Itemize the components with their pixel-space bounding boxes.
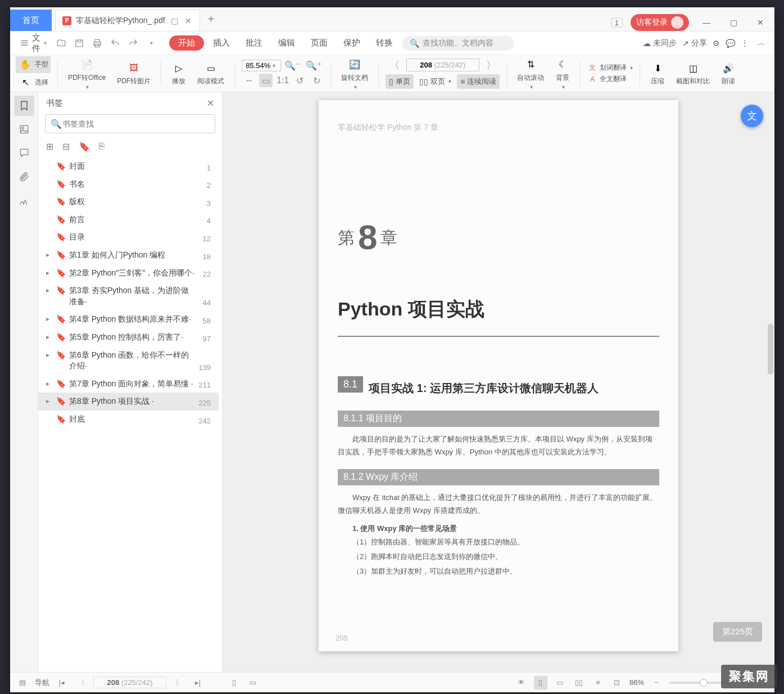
expand-icon[interactable]: ▸ xyxy=(46,314,53,323)
double-view-icon[interactable]: ▯▯ xyxy=(572,676,586,690)
status-page-input[interactable]: 208 (225/242) xyxy=(93,677,166,688)
menu-annotate[interactable]: 批注 xyxy=(239,35,269,51)
bookmark-item[interactable]: 🔖 版权 3 xyxy=(38,193,219,211)
detach-icon[interactable]: ▢ xyxy=(170,16,179,25)
open-icon[interactable] xyxy=(53,35,69,51)
bookmark-icon[interactable]: 🔖 xyxy=(79,141,90,152)
maximize-icon[interactable]: ▢ xyxy=(724,15,743,30)
zoom-out-status-icon[interactable]: − xyxy=(650,676,663,690)
menu-edit[interactable]: 编辑 xyxy=(271,35,302,51)
hand-tool[interactable]: ✋手型 xyxy=(16,56,51,73)
rotate-doc-button[interactable]: 🔄旋转文档▾ xyxy=(338,56,371,91)
home-tab[interactable]: 首页 xyxy=(10,10,52,31)
comment-panel-icon[interactable] xyxy=(14,143,34,163)
bookmark-search-input[interactable] xyxy=(45,114,215,133)
feedback-icon[interactable]: 💬 xyxy=(726,39,735,48)
page-input[interactable]: 208 (225/242) xyxy=(406,58,479,71)
menu-page[interactable]: 页面 xyxy=(304,35,334,51)
expand-icon[interactable] xyxy=(46,414,53,415)
first-page-icon[interactable]: |◂ xyxy=(55,676,69,690)
prev-page-icon[interactable]: 〈 xyxy=(386,58,403,72)
redo-icon[interactable] xyxy=(125,35,141,51)
bookmark-item[interactable]: 🔖 封面 1 xyxy=(38,157,219,175)
new-tab-button[interactable]: + xyxy=(200,13,223,26)
pdf-to-image-button[interactable]: 🖼PDF转图片 xyxy=(114,60,154,87)
bookmark-item[interactable]: 🔖 封底 242 xyxy=(38,411,219,429)
select-tool[interactable]: ↖选择 xyxy=(16,74,51,91)
expand-icon[interactable] xyxy=(46,196,53,197)
close-icon[interactable]: ✕ xyxy=(751,15,770,30)
zoom-select[interactable]: 85.54%▾ xyxy=(242,60,281,71)
close-sidebar-icon[interactable]: ✕ xyxy=(207,98,214,109)
thumbnail-panel-icon[interactable] xyxy=(14,119,34,139)
screenshot-compare-button[interactable]: ◫截图和对比 xyxy=(673,60,713,87)
continuous-button[interactable]: ≡连续阅读 xyxy=(457,74,500,89)
bookmark-item[interactable]: ▸ 🔖 第1章 如何入门Python 编程 18 xyxy=(38,246,219,264)
continuous-view-icon[interactable]: ≡ xyxy=(591,676,605,690)
outline-icon[interactable]: ▤ xyxy=(16,676,29,690)
tts-button[interactable]: 🔊朗读 xyxy=(718,60,739,87)
bookmark-item[interactable]: ▸ 🔖 第6章 Python 函数，给你不一样的介绍· 139 xyxy=(38,346,219,375)
share-button[interactable]: ↗分享 xyxy=(682,38,707,48)
bookmark-outline-icon[interactable]: ⎘ xyxy=(99,141,105,152)
expand-icon[interactable] xyxy=(46,232,53,233)
single-view-icon[interactable]: ▯ xyxy=(534,676,547,690)
bookmark-item[interactable]: 🔖 前言 4 xyxy=(38,211,219,229)
double-page-button[interactable]: ▯▯双页▾ xyxy=(416,74,455,89)
bookmark-item[interactable]: ▸ 🔖 第7章 Python 面向对象，简单易懂 · 211 xyxy=(38,375,219,393)
kebab-icon[interactable]: ⋮ xyxy=(741,39,749,48)
view-mode-1-icon[interactable]: ▯ xyxy=(227,676,241,690)
expand-icon[interactable]: ▸ xyxy=(46,378,53,387)
save-icon[interactable] xyxy=(71,35,87,51)
attachment-panel-icon[interactable] xyxy=(14,166,34,187)
undo-icon[interactable] xyxy=(107,35,123,51)
expand-icon[interactable]: ▸ xyxy=(46,250,53,259)
menu-start[interactable]: 开始 xyxy=(169,35,204,51)
bookmark-item[interactable]: ▸ 🔖 第3章 夯实Python 基础，为进阶做准备· 44 xyxy=(38,282,219,310)
guest-login-button[interactable]: 访客登录 xyxy=(631,14,689,31)
file-menu[interactable]: 文件 ▾ xyxy=(16,30,51,56)
bookmark-item[interactable]: ▸ 🔖 第2章 Python"三剑客"，你会用哪个· 22 xyxy=(38,264,219,282)
add-bookmark-icon[interactable]: ⊞ xyxy=(46,141,53,152)
rotate-left-icon[interactable]: ↺ xyxy=(293,74,306,87)
next-page-icon[interactable]: 〉 xyxy=(483,58,500,72)
single-page-button[interactable]: ▯单页 xyxy=(386,74,414,89)
nav-label[interactable]: 导航 xyxy=(35,678,49,688)
fit-icon[interactable]: ⊡ xyxy=(610,676,624,690)
next-page-status-icon[interactable]: 〉 xyxy=(172,676,185,690)
fit-width-icon[interactable]: ↔ xyxy=(242,74,256,87)
last-page-icon[interactable]: ▸| xyxy=(191,676,205,690)
window-count-badge[interactable]: 1 xyxy=(611,18,623,28)
expand-icon[interactable]: ▸ xyxy=(46,285,53,294)
bookmark-item[interactable]: 🔖 书名 2 xyxy=(38,175,219,193)
word-translate-button[interactable]: 文划词翻译▾ xyxy=(587,63,633,73)
bookmark-item[interactable]: ▸ 🔖 第4章 Python 数据结构原来并不难· 58 xyxy=(38,310,219,328)
expand-icon[interactable]: ▸ xyxy=(46,350,53,359)
menu-convert[interactable]: 转换 xyxy=(369,35,400,51)
sync-button[interactable]: ☁未同步 xyxy=(643,38,677,48)
eye-icon[interactable]: 👁 xyxy=(515,676,528,690)
expand-icon[interactable] xyxy=(46,179,53,180)
close-tab-icon[interactable]: ✕ xyxy=(184,16,193,25)
search-box[interactable]: 🔍 查找功能、文档内容 xyxy=(402,36,514,51)
read-mode-button[interactable]: ▭阅读模式 xyxy=(194,60,228,87)
file-tab[interactable]: P 零基础轻松学Python_.pdf ▢ ✕ xyxy=(55,10,200,31)
expand-icon[interactable] xyxy=(46,161,53,162)
zoom-in-icon[interactable]: 🔍⁺ xyxy=(303,60,324,71)
actual-size-icon[interactable]: 1:1 xyxy=(276,74,289,87)
print-icon[interactable] xyxy=(89,35,105,51)
bookmark-item[interactable]: 🔖 目录 12 xyxy=(38,228,219,246)
settings-icon[interactable]: ⚙ xyxy=(713,39,720,48)
bookmark-panel-icon[interactable] xyxy=(14,96,34,116)
collapse-ribbon-icon[interactable]: ︿ xyxy=(754,36,769,51)
prev-page-status-icon[interactable]: 〈 xyxy=(74,676,88,690)
remove-bookmark-icon[interactable]: ⊟ xyxy=(62,141,70,152)
rotate-right-icon[interactable]: ↻ xyxy=(310,74,323,87)
floating-translate-icon[interactable]: 文 xyxy=(741,105,763,127)
pdf-to-office-button[interactable]: 📄PDF转Office▾ xyxy=(65,56,109,91)
book-view-icon[interactable]: ▭ xyxy=(553,676,567,690)
compress-button[interactable]: ⬇压缩 xyxy=(647,60,668,87)
full-translate-button[interactable]: A全文翻译 xyxy=(587,74,633,84)
expand-icon[interactable] xyxy=(46,214,53,215)
bookmark-item[interactable]: ▸ 🔖 第5章 Python 控制结构，厉害了· 97 xyxy=(38,328,219,346)
